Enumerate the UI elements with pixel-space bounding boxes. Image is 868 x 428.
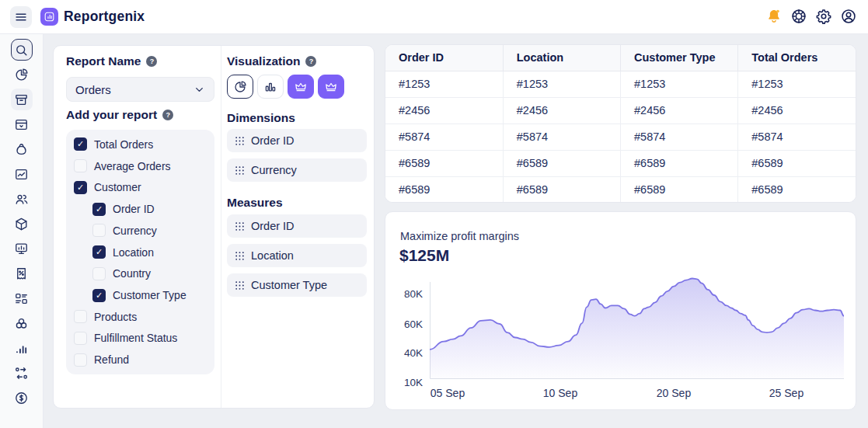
table-cell: #2456 bbox=[503, 97, 620, 124]
measures-title: Measures bbox=[227, 196, 283, 210]
sidebar-item-swap-arrows[interactable] bbox=[11, 362, 33, 384]
report-name-title-text: Report Name bbox=[66, 54, 141, 68]
report-name-title: Report Name ? bbox=[66, 54, 157, 68]
drag-handle-icon bbox=[235, 221, 245, 231]
sidebar-item-circles-group[interactable] bbox=[11, 312, 33, 334]
field-row: Fulfillment Status bbox=[74, 328, 207, 350]
table-cell: #5874 bbox=[738, 124, 856, 150]
table-cell: #5874 bbox=[621, 124, 738, 150]
table-cell: #1253 bbox=[621, 71, 738, 97]
checked-checkbox[interactable]: ✓ bbox=[92, 203, 106, 216]
field-label: Total Orders bbox=[94, 138, 153, 151]
dimension-chip[interactable]: Currency bbox=[227, 158, 367, 182]
notifications-button[interactable] bbox=[765, 8, 783, 26]
settings-button[interactable] bbox=[814, 8, 833, 26]
panel-divider bbox=[221, 46, 221, 408]
drag-handle-icon bbox=[235, 251, 245, 261]
drag-handle-icon bbox=[235, 280, 245, 291]
receipt-percent-icon bbox=[14, 266, 29, 281]
drag-handle-icon bbox=[235, 165, 245, 176]
table-cell: #1253 bbox=[385, 71, 503, 97]
unchecked-checkbox[interactable] bbox=[74, 332, 87, 345]
chart-type-premium-2-button[interactable] bbox=[318, 75, 344, 99]
field-label: Products bbox=[94, 311, 137, 323]
sidebar-item-archive-box[interactable] bbox=[11, 89, 33, 110]
add-your-report-title-text: Add your report bbox=[66, 108, 157, 122]
chart-type-bar-button[interactable] bbox=[257, 75, 284, 99]
table-row: #6589#6589#6589#6589 bbox=[385, 176, 856, 203]
table-cell: #6589 bbox=[621, 176, 738, 203]
crown-icon bbox=[324, 80, 338, 94]
unchecked-checkbox[interactable] bbox=[92, 267, 106, 280]
archive-select-icon bbox=[14, 117, 29, 132]
table-cell: #2456 bbox=[385, 97, 503, 124]
pie-chart-icon bbox=[233, 80, 247, 94]
table-row: #5874#5874#5874#5874 bbox=[385, 124, 856, 150]
chart-type-pie-button[interactable] bbox=[227, 75, 253, 99]
dimension-chip[interactable]: Order ID bbox=[227, 129, 367, 152]
logo-chart-icon bbox=[44, 11, 55, 23]
measure-chip-label: Customer Type bbox=[251, 279, 327, 291]
account-button[interactable] bbox=[839, 8, 858, 26]
table-cell: #6589 bbox=[503, 176, 620, 203]
field-row: Country bbox=[74, 263, 207, 284]
measure-chip[interactable]: Order ID bbox=[227, 214, 367, 238]
measure-chip-label: Location bbox=[251, 249, 294, 262]
measure-chip[interactable]: Customer Type bbox=[227, 273, 367, 297]
unchecked-checkbox[interactable] bbox=[92, 224, 106, 237]
y-axis-tick-label: 10K bbox=[390, 376, 423, 390]
sidebar-item-search[interactable] bbox=[11, 39, 33, 61]
sidebar-item-dollar-coin[interactable] bbox=[11, 387, 33, 409]
table-cell: #6589 bbox=[738, 176, 856, 203]
checked-checkbox[interactable]: ✓ bbox=[92, 245, 106, 259]
x-axis-tick-label: 05 Sep bbox=[431, 387, 465, 399]
y-axis-tick-label: 60K bbox=[390, 318, 423, 332]
chart-type-premium-1-button[interactable] bbox=[288, 75, 314, 99]
measure-chip[interactable]: Location bbox=[227, 244, 367, 267]
search-icon bbox=[14, 43, 29, 57]
sidebar-item-users[interactable] bbox=[11, 188, 33, 210]
bell-icon bbox=[765, 8, 783, 25]
field-label: Country bbox=[113, 267, 151, 280]
sidebar-item-image-chart[interactable] bbox=[11, 163, 33, 185]
sidebar-item-archive-select[interactable] bbox=[11, 113, 33, 135]
crown-icon bbox=[294, 80, 308, 94]
menu-icon bbox=[14, 10, 28, 24]
checked-checkbox[interactable]: ✓ bbox=[92, 289, 106, 302]
sidebar-item-bar-signal[interactable] bbox=[11, 337, 33, 359]
circles-icon bbox=[14, 316, 29, 331]
app-logo bbox=[40, 8, 58, 26]
globe-gear-icon bbox=[790, 8, 807, 25]
add-your-report-title: Add your report ? bbox=[66, 108, 173, 122]
checked-checkbox[interactable]: ✓ bbox=[74, 181, 87, 194]
field-row: ✓ Order ID bbox=[74, 198, 207, 220]
field-label: Customer Type bbox=[113, 289, 186, 301]
report-name-select[interactable]: Orders bbox=[66, 77, 214, 102]
measures-title-text: Measures bbox=[227, 196, 283, 210]
dimensions-title: Dimensions bbox=[227, 111, 295, 125]
table-cell: #6589 bbox=[385, 150, 503, 176]
bar-signal-icon bbox=[14, 341, 29, 356]
unchecked-checkbox[interactable] bbox=[74, 353, 87, 367]
dimension-chip-label: Currency bbox=[251, 164, 297, 176]
field-row: ✓ Location bbox=[74, 242, 207, 263]
hamburger-menu-button[interactable] bbox=[10, 6, 32, 28]
gear-icon bbox=[815, 8, 832, 25]
language-button[interactable] bbox=[790, 8, 808, 26]
unchecked-checkbox[interactable] bbox=[74, 310, 87, 323]
sidebar-item-package[interactable] bbox=[11, 213, 33, 235]
table-cell: #6589 bbox=[385, 176, 503, 203]
sidebar-item-receipt-percent[interactable] bbox=[11, 263, 33, 284]
unchecked-checkbox[interactable] bbox=[74, 159, 87, 172]
sidebar-item-monitor[interactable] bbox=[11, 238, 33, 259]
field-row: ✓ Customer Type bbox=[74, 284, 207, 306]
field-row: Products bbox=[74, 306, 207, 328]
table-cell: #2456 bbox=[621, 97, 738, 124]
user-circle-icon bbox=[840, 8, 857, 25]
sidebar-item-kanban[interactable] bbox=[11, 287, 33, 309]
checked-checkbox[interactable]: ✓ bbox=[74, 137, 87, 151]
field-row: Average Orders bbox=[74, 155, 207, 177]
table-cell: #1253 bbox=[503, 71, 620, 97]
sidebar-item-pie-chart[interactable] bbox=[11, 64, 33, 85]
sidebar-item-money-bag[interactable] bbox=[11, 138, 33, 160]
